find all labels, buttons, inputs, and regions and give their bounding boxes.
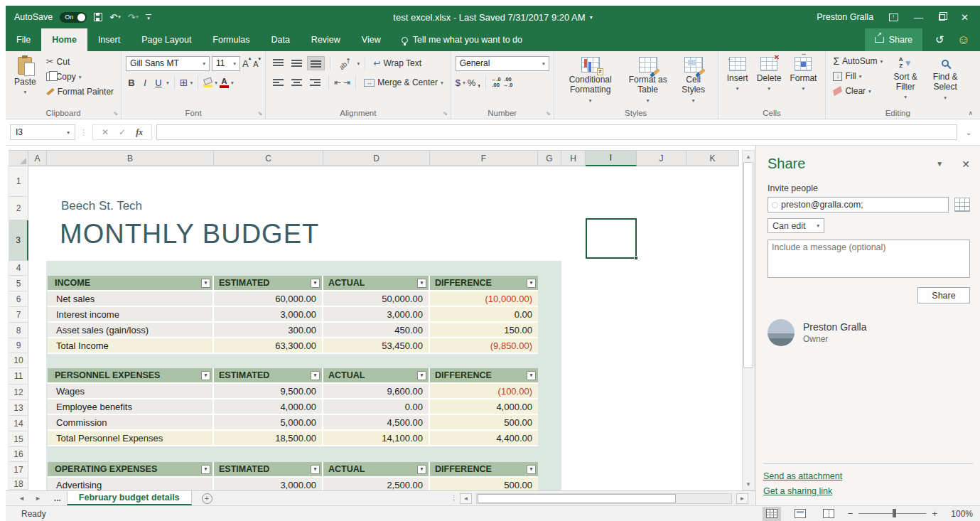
company-name[interactable]: Beech St. Tech [61, 199, 142, 213]
table-cell[interactable]: 5,000.00 [214, 415, 323, 431]
sheet-main-title[interactable]: MONTHLY BUDGET [60, 219, 319, 249]
table-cell[interactable]: 18,500.00 [214, 431, 323, 446]
table-row[interactable]: Total Income63,300.0053,450.00(9,850.00) [48, 338, 538, 354]
share-submit-button[interactable]: Share [917, 287, 970, 304]
table-cell[interactable]: 53,450.00 [323, 338, 430, 354]
normal-view-button[interactable] [763, 507, 781, 521]
table-cell[interactable]: 9,500.00 [214, 384, 323, 399]
table-cell[interactable]: 4,000.00 [214, 399, 323, 415]
table-cell[interactable]: 50,000.00 [323, 291, 430, 307]
table-cell[interactable]: 300.00 [214, 323, 323, 338]
owner-contact[interactable]: Preston Gralla Owner [768, 319, 970, 346]
delete-cells-button[interactable]: ✕ Delete ▾ [753, 55, 786, 94]
table-cell[interactable]: 4,000.00 [430, 399, 538, 415]
row-header-11[interactable]: 11 [9, 368, 28, 385]
table-cell[interactable]: 0.00 [323, 399, 430, 415]
table-cell[interactable]: 500.00 [430, 415, 538, 431]
invite-people-input[interactable] [781, 200, 944, 210]
table-cell[interactable]: 9,600.00 [323, 384, 430, 399]
zoom-in-button[interactable]: + [932, 508, 937, 519]
ribbon-tab-data[interactable]: Data [260, 28, 300, 51]
ribbon-tab-insert[interactable]: Insert [87, 28, 131, 51]
send-as-attachment-link[interactable]: Send as attachment [763, 471, 973, 481]
table-cell[interactable]: Asset sales (gain/loss) [48, 323, 214, 338]
table-cell[interactable]: 4,500.00 [323, 415, 430, 431]
cell-styles-button[interactable]: Cell Styles ▾ [674, 55, 714, 106]
find-select-button[interactable]: Find & Select ▾ [925, 55, 965, 103]
hscroll-right-icon[interactable]: ► [736, 493, 748, 504]
activity-history-icon[interactable]: ↺ [935, 33, 944, 46]
table-cell[interactable]: (100.00) [430, 384, 538, 399]
row-header-10[interactable]: 10 [9, 353, 28, 368]
table-cell[interactable]: Advertising [48, 478, 214, 490]
formula-bar-expand-icon[interactable]: ⌄ [962, 128, 976, 137]
row-header-3[interactable]: 3 [9, 220, 28, 261]
table-cell[interactable]: Total Personnel Expenses [48, 431, 214, 446]
scroll-up-icon[interactable]: ▲ [743, 151, 754, 162]
row-header-5[interactable]: 5 [9, 276, 28, 291]
format-painter-button[interactable]: Format Painter [43, 85, 117, 98]
table-cell[interactable]: Wages [48, 384, 214, 399]
sort-filter-button[interactable]: AZ▼ Sort & Filter ▾ [885, 55, 925, 102]
underline-button[interactable]: U [153, 77, 164, 88]
filter-dropdown-button[interactable]: ▾ [527, 371, 536, 380]
restore-button[interactable] [939, 14, 945, 21]
confirm-entry-icon[interactable]: ✓ [119, 127, 126, 137]
font-size-select[interactable]: 11▾ [212, 56, 240, 71]
copy-button[interactable]: Copy▾ [43, 70, 117, 83]
row-header-12[interactable]: 12 [9, 385, 28, 400]
row-header-7[interactable]: 7 [9, 307, 28, 323]
table-cell[interactable]: (10,000.00) [430, 291, 538, 307]
table-cell[interactable]: Commission [48, 415, 214, 431]
vertical-scroll-thumb[interactable] [743, 162, 753, 368]
table-cell[interactable]: 3,000.00 [214, 307, 323, 323]
page-break-preview-button[interactable] [819, 507, 838, 521]
ribbon-tab-home[interactable]: Home [41, 28, 87, 51]
autosum-button[interactable]: ΣAutoSum▾ [830, 55, 885, 68]
sheet-canvas[interactable]: Beech St. Tech MONTHLY BUDGET INCOME▾EST… [28, 166, 739, 490]
horizontal-scrollbar[interactable] [476, 493, 732, 504]
table-cell[interactable]: Total Income [48, 338, 214, 354]
increase-font-size-button[interactable]: A▴ [242, 58, 251, 69]
format-as-table-button[interactable]: Format as Table ▾ [623, 55, 674, 106]
decrease-decimal-button[interactable]: .00→.0 [503, 77, 513, 89]
fill-color-button[interactable] [203, 78, 212, 87]
table-row[interactable]: Employee benefits4,000.000.004,000.00 [48, 399, 538, 415]
message-textarea[interactable] [768, 240, 970, 278]
collapse-ribbon-icon[interactable]: ∧ [968, 109, 973, 117]
row-header-13[interactable]: 13 [9, 400, 28, 416]
increase-decimal-button[interactable]: ←.0.00 [491, 77, 501, 89]
vertical-scrollbar[interactable]: ▲ ▼ [742, 150, 755, 490]
row-header-16[interactable]: 16 [9, 447, 28, 462]
cut-button[interactable]: ✂Cut [43, 55, 117, 68]
align-left-button[interactable] [270, 76, 286, 89]
insert-function-icon[interactable]: fx [136, 127, 143, 138]
comma-style-button[interactable]: , [478, 77, 480, 88]
address-book-icon[interactable] [954, 198, 970, 212]
font-dialog-launcher-icon[interactable]: ⇘ [257, 110, 262, 117]
filter-dropdown-button[interactable]: ▾ [527, 465, 536, 474]
ribbon-tab-page-layout[interactable]: Page Layout [131, 28, 202, 51]
top-align-button[interactable] [270, 57, 286, 70]
conditional-formatting-button[interactable]: ≠ Conditional Formatting ▾ [559, 55, 623, 106]
column-header-H[interactable]: H [561, 150, 586, 166]
feedback-smiley-icon[interactable]: ☺ [957, 33, 970, 46]
column-header-D[interactable]: D [323, 150, 430, 166]
new-sheet-button[interactable]: + [202, 491, 212, 505]
row-header-8[interactable]: 8 [9, 323, 28, 338]
row-header-4[interactable]: 4 [9, 261, 28, 276]
table-cell[interactable]: 2,500.00 [323, 478, 430, 490]
row-header-14[interactable]: 14 [9, 416, 28, 431]
zoom-out-button[interactable]: − [848, 508, 854, 519]
fill-button[interactable]: ↓Fill▾ [830, 70, 885, 82]
filter-dropdown-button[interactable]: ▾ [201, 279, 210, 288]
percent-style-button[interactable]: % [468, 77, 476, 88]
number-format-select[interactable]: General▾ [456, 56, 549, 71]
customize-quick-access-toolbar-icon[interactable]: ▾ [146, 14, 151, 21]
fill-handle[interactable] [634, 256, 638, 260]
table-row[interactable]: Total Personnel Expenses18,500.0014,100.… [48, 431, 538, 446]
column-header-J[interactable]: J [637, 150, 686, 166]
column-header-A[interactable]: A [28, 150, 47, 166]
hscroll-left-icon[interactable]: ◄ [460, 493, 472, 504]
row-header-15[interactable]: 15 [9, 431, 28, 447]
